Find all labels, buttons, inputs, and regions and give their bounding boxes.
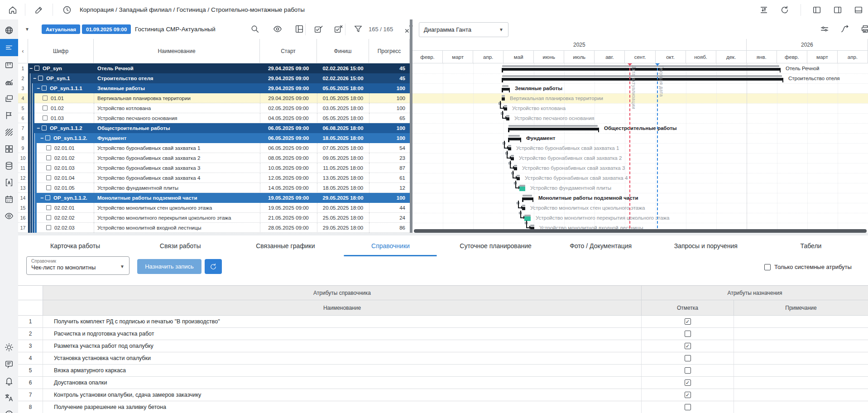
- row-checkbox[interactable]: [46, 165, 51, 170]
- edit-button[interactable]: [25, 0, 53, 19]
- sidebar-item-info[interactable]: [0, 406, 18, 413]
- collapse-grid-button[interactable]: ‹: [18, 39, 28, 63]
- table-row[interactable]: 2−OP_syn.1Строительство отеля29.04.2025 …: [18, 73, 410, 83]
- row-checkbox[interactable]: [46, 145, 51, 150]
- sidebar-item-translate[interactable]: [0, 389, 18, 406]
- views-button[interactable]: [294, 24, 304, 35]
- table-row[interactable]: 1602.02.02Устройство монолитного перекры…: [18, 213, 410, 223]
- row-checkbox[interactable]: [42, 86, 47, 91]
- row-checkbox[interactable]: [38, 76, 43, 81]
- home-button[interactable]: [0, 0, 25, 19]
- layout-left-button[interactable]: [812, 5, 822, 15]
- refresh-button[interactable]: [780, 5, 790, 15]
- layout-split-button[interactable]: [833, 5, 843, 15]
- tab-табели[interactable]: Табели: [758, 235, 863, 256]
- checklist-note-cell[interactable]: [734, 401, 868, 413]
- row-checkbox[interactable]: [46, 175, 51, 180]
- task-bar[interactable]: [511, 157, 514, 160]
- checklist-note-cell[interactable]: [734, 328, 868, 340]
- column-header-3[interactable]: Финиш: [317, 39, 369, 63]
- checklist-note-cell[interactable]: [734, 365, 868, 376]
- schedule-caret-button[interactable]: ▼: [20, 19, 34, 39]
- reference-select[interactable]: Справочник Чек-лист по монолитны ▼: [26, 256, 129, 275]
- row-checkbox[interactable]: [34, 66, 39, 71]
- checklist-row[interactable]: 5Вязка арматурного каркаса: [18, 365, 868, 377]
- checklist-checkbox[interactable]: [685, 367, 691, 374]
- column-header-mark[interactable]: Отметка: [642, 300, 734, 316]
- task-bar[interactable]: [504, 107, 507, 110]
- column-header-4[interactable]: Прогресс: [369, 39, 410, 63]
- sidebar-item-comments[interactable]: [0, 356, 18, 372]
- checklist-checkbox[interactable]: [685, 331, 691, 337]
- row-checkbox[interactable]: [42, 125, 47, 130]
- collapse-expand-button[interactable]: [759, 5, 769, 15]
- checklist-note-cell[interactable]: [734, 340, 868, 352]
- table-row[interactable]: 1102.01.03Устройство буронабивных свай з…: [18, 163, 410, 173]
- system-attributes-checkbox[interactable]: Только системные атрибуты: [764, 264, 852, 270]
- row-checkbox[interactable]: [46, 225, 51, 230]
- column-header-name[interactable]: Наименование: [43, 300, 642, 316]
- table-row[interactable]: 501.02Устройство котлована02.05.2025 09:…: [18, 103, 410, 113]
- task-bar[interactable]: [522, 207, 525, 210]
- sidebar-item-eye[interactable]: [0, 208, 18, 224]
- row-checkbox[interactable]: [46, 205, 51, 210]
- table-row[interactable]: 1002.01.02Устройство буронабивных свай з…: [18, 153, 410, 163]
- sidebar-item-notifications[interactable]: [0, 373, 18, 389]
- checklist-checkbox[interactable]: ✓: [685, 379, 691, 386]
- history-button[interactable]: [58, 0, 76, 19]
- task-bar[interactable]: [514, 167, 517, 170]
- sidebar-item-gantt-view[interactable]: [0, 39, 18, 56]
- row-checkbox[interactable]: [43, 115, 48, 120]
- summary-bar[interactable]: [502, 88, 510, 91]
- settings-sliders-button[interactable]: [820, 24, 830, 35]
- checklist-checkbox[interactable]: [685, 355, 691, 361]
- checklist-note-cell[interactable]: [734, 316, 868, 327]
- checklist-note-cell[interactable]: [734, 377, 868, 389]
- uncheck-all-button[interactable]: [333, 24, 343, 35]
- search-button[interactable]: [250, 24, 260, 35]
- collapse-row-icon[interactable]: −: [37, 123, 40, 133]
- table-row[interactable]: 7−OP_syn.1.1.2Общестроительные работы06.…: [18, 123, 410, 133]
- layout-bottom-button[interactable]: [854, 5, 863, 15]
- table-row[interactable]: 1−OP_synОтель Речной29.04.2025 09:0002.0…: [18, 63, 410, 73]
- checklist-row[interactable]: 4Установка установка части опалубки: [18, 352, 868, 365]
- checklist-row[interactable]: 8Получение разрешение на заливку бетона: [18, 401, 868, 413]
- checklist-checkbox[interactable]: ✓: [685, 343, 691, 349]
- table-row[interactable]: 8−OP_syn.1.1.2.Фундамент06.05.2025 09:00…: [18, 133, 410, 143]
- table-row[interactable]: 902.01.01Устройство буронабивных свай за…: [18, 143, 410, 153]
- row-checkbox[interactable]: [43, 106, 48, 110]
- table-row[interactable]: 1302.01.05Устройство фундаментной плиты1…: [18, 183, 410, 193]
- tab-запросы-и-поручения[interactable]: Запросы и поручения: [653, 235, 758, 256]
- sidebar-item-database[interactable]: [0, 158, 18, 174]
- view-selector-dropdown[interactable]: Диаграмма Ганта ▼: [419, 22, 508, 37]
- checklist-row[interactable]: 7Контроль установки опалубки, сдача заме…: [18, 389, 868, 401]
- sidebar-item-globe[interactable]: [0, 22, 18, 38]
- tab-справочники[interactable]: Справочники: [338, 235, 443, 256]
- task-bar[interactable]: [517, 177, 520, 180]
- column-header-2[interactable]: Старт: [260, 39, 317, 63]
- row-checkbox[interactable]: [46, 155, 51, 160]
- gantt-horizontal-scrollbar[interactable]: [414, 229, 867, 233]
- collapse-row-icon[interactable]: −: [29, 63, 33, 73]
- sidebar-item-grid[interactable]: [0, 141, 18, 157]
- assign-record-button[interactable]: Назначить запись: [137, 259, 201, 274]
- summary-bar[interactable]: [502, 68, 781, 71]
- row-checkbox[interactable]: [45, 135, 50, 140]
- checklist-row[interactable]: 1Получить комплект РД с подписью и печат…: [18, 316, 868, 328]
- collapse-row-icon[interactable]: −: [40, 193, 43, 203]
- visibility-button[interactable]: [273, 24, 283, 35]
- tab-связи-работы[interactable]: Связи работы: [128, 235, 233, 256]
- row-checkbox[interactable]: [46, 185, 51, 190]
- refresh-records-button[interactable]: [205, 259, 222, 274]
- checklist-row[interactable]: 3Разметка участка работ под опалубку✓: [18, 340, 868, 352]
- date-badge[interactable]: 01.09.2025 09:00: [82, 24, 131, 34]
- table-row[interactable]: 3−OP_syn.1.1.1Земляные работы29.04.2025 …: [18, 83, 410, 93]
- table-row[interactable]: 401.01Вертикальная планировка территории…: [18, 93, 410, 103]
- sidebar-item-theme[interactable]: [0, 339, 18, 355]
- filter-button[interactable]: [353, 24, 363, 35]
- summary-bar[interactable]: [508, 138, 521, 140]
- collapse-row-icon[interactable]: −: [33, 73, 36, 83]
- task-bar[interactable]: [519, 187, 525, 191]
- table-row[interactable]: 1702.02.03Устройство монолитной входной …: [18, 223, 410, 233]
- sidebar-item-hatch[interactable]: [0, 124, 18, 140]
